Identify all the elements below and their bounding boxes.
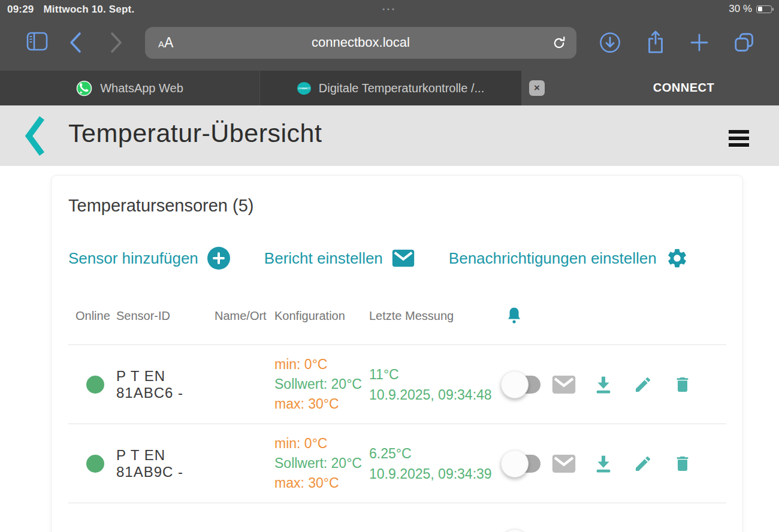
connect-favicon: CONNECT bbox=[297, 82, 311, 95]
col-header-konfiguration: Konfiguration bbox=[274, 309, 369, 323]
measurement-timestamp: 10.9.2025, 09:34:39 bbox=[369, 464, 502, 484]
whatsapp-icon bbox=[76, 80, 92, 96]
letzte-messung-cell: 11°C 10.9.2025, 09:34:48 bbox=[369, 364, 502, 405]
battery-percent: 30 % bbox=[729, 3, 752, 15]
sensor-table-row: P T EN 81AB9C - min: 0°C Sollwert: 20°C … bbox=[68, 424, 726, 503]
tab-connect-active[interactable]: × CONNECT bbox=[521, 71, 779, 105]
forward-button-icon[interactable] bbox=[108, 32, 125, 53]
new-tab-plus-icon[interactable] bbox=[690, 33, 709, 52]
trash-icon[interactable] bbox=[673, 375, 692, 394]
konfiguration-cell: min: 0°C Sollwert: 20°C max: 30°C bbox=[274, 434, 369, 493]
add-sensor-label: Sensor hinzufügen bbox=[68, 249, 198, 268]
col-header-sensor-id: Sensor-ID bbox=[114, 309, 215, 323]
mail-row-icon[interactable] bbox=[552, 454, 576, 473]
battery-fill bbox=[758, 7, 762, 11]
back-button-icon[interactable] bbox=[67, 32, 84, 53]
tab-label: WhatsApp Web bbox=[100, 81, 183, 95]
url-text[interactable]: connectbox.local bbox=[145, 35, 576, 50]
tab-temperaturkontrolle[interactable]: CONNECT Digitale Temperaturkontrolle /..… bbox=[259, 71, 521, 105]
add-sensor-button[interactable]: Sensor hinzufügen bbox=[68, 247, 230, 270]
online-status-dot bbox=[86, 455, 104, 473]
gear-icon bbox=[666, 247, 689, 270]
set-report-label: Bericht einstellen bbox=[264, 249, 383, 268]
sensors-card: Temperatursensoren (5) Sensor hinzufügen… bbox=[51, 175, 743, 532]
sensor-table-row: P T EN 81ABC6 - min: 0°C Sollwert: 20°C … bbox=[68, 344, 726, 424]
measurement-timestamp: 10.9.2025, 09:34:48 bbox=[369, 385, 502, 405]
tab-bar: WhatsApp Web CONNECT Digitale Temperatur… bbox=[0, 71, 779, 105]
status-date: Mittwoch 10. Sept. bbox=[43, 4, 134, 16]
actions-row: Sensor hinzufügen Bericht einstellen Ben… bbox=[68, 247, 726, 270]
config-sollwert: Sollwert: 20°C bbox=[274, 454, 369, 473]
letzte-messung-cell: 6.25°C 10.9.2025, 09:34:39 bbox=[369, 443, 502, 484]
page-title: Temperatur-Übersicht bbox=[68, 119, 322, 148]
set-notifications-label: Benachrichtigungen einstellen bbox=[449, 249, 657, 268]
measurement-value: 6.25°C bbox=[369, 443, 502, 464]
browser-chrome: 09:29 Mittwoch 10. Sept. ••• 30 % AA bbox=[0, 0, 779, 105]
measurement-value: 11°C bbox=[369, 364, 502, 385]
config-max: max: 30°C bbox=[274, 394, 369, 414]
safari-toolbar: AA connectbox.local bbox=[0, 19, 779, 71]
toggle-knob bbox=[501, 450, 529, 477]
reload-icon[interactable] bbox=[551, 35, 567, 52]
config-min: min: 0°C bbox=[274, 355, 369, 374]
tab-label: Digitale Temperaturkontrolle /... bbox=[319, 81, 484, 95]
sensor-id: P T EN 81ABC6 - bbox=[114, 368, 215, 401]
status-bar: 09:29 Mittwoch 10. Sept. ••• 30 % bbox=[0, 0, 779, 19]
tab-whatsapp-web[interactable]: WhatsApp Web bbox=[0, 71, 259, 105]
config-sollwert: Sollwert: 20°C bbox=[274, 374, 369, 394]
table-header-row: Online Sensor-ID Name/Ort Konfiguration … bbox=[68, 307, 726, 325]
col-header-name-ort: Name/Ort bbox=[215, 309, 274, 323]
col-header-online: Online bbox=[68, 309, 114, 323]
sensor-table-row: min: 0°C 22.62°C bbox=[68, 503, 726, 532]
konfiguration-cell: min: 0°C Sollwert: 20°C max: 30°C bbox=[274, 355, 369, 414]
battery-icon bbox=[756, 5, 772, 13]
toggle-knob bbox=[501, 529, 529, 532]
alarm-toggle[interactable] bbox=[503, 455, 541, 473]
trash-icon[interactable] bbox=[673, 454, 692, 473]
mail-row-icon[interactable] bbox=[552, 375, 576, 394]
close-tab-icon[interactable]: × bbox=[529, 80, 545, 96]
page-back-chevron-icon[interactable] bbox=[24, 116, 47, 156]
menu-hamburger-icon[interactable] bbox=[729, 130, 749, 150]
set-notifications-button[interactable]: Benachrichtigungen einstellen bbox=[449, 247, 689, 270]
toggle-knob bbox=[501, 371, 529, 398]
tabs-overview-icon[interactable] bbox=[733, 32, 755, 53]
share-icon[interactable] bbox=[645, 30, 666, 55]
sensor-table-body: P T EN 81ABC6 - min: 0°C Sollwert: 20°C … bbox=[68, 344, 726, 532]
page-header: Temperatur-Übersicht bbox=[0, 105, 779, 166]
set-report-button[interactable]: Bericht einstellen bbox=[264, 249, 415, 268]
plus-circle-icon bbox=[207, 247, 230, 270]
sidebar-icon[interactable] bbox=[26, 31, 48, 52]
online-status-dot bbox=[86, 376, 104, 394]
edit-pencil-icon[interactable] bbox=[633, 454, 653, 473]
config-max: max: 30°C bbox=[274, 473, 369, 493]
address-bar[interactable]: AA connectbox.local bbox=[145, 27, 576, 59]
page-content: Temperatursensoren (5) Sensor hinzufügen… bbox=[0, 166, 779, 532]
clock: 09:29 bbox=[7, 4, 34, 16]
download-row-icon[interactable] bbox=[594, 454, 613, 473]
bell-icon bbox=[507, 307, 521, 325]
tab-label: CONNECT bbox=[624, 81, 744, 95]
download-row-icon[interactable] bbox=[594, 375, 613, 394]
sensor-id: P T EN 81AB9C - bbox=[114, 447, 215, 480]
alarm-toggle[interactable] bbox=[503, 376, 541, 394]
envelope-icon bbox=[392, 249, 415, 267]
status-overflow-dots-icon: ••• bbox=[382, 5, 397, 13]
col-header-letzte-messung: Letzte Messung bbox=[369, 309, 502, 323]
edit-pencil-icon[interactable] bbox=[633, 375, 653, 394]
sensors-heading: Temperatursensoren (5) bbox=[68, 196, 726, 216]
downloads-icon[interactable] bbox=[599, 32, 621, 53]
config-min: min: 0°C bbox=[274, 434, 369, 454]
